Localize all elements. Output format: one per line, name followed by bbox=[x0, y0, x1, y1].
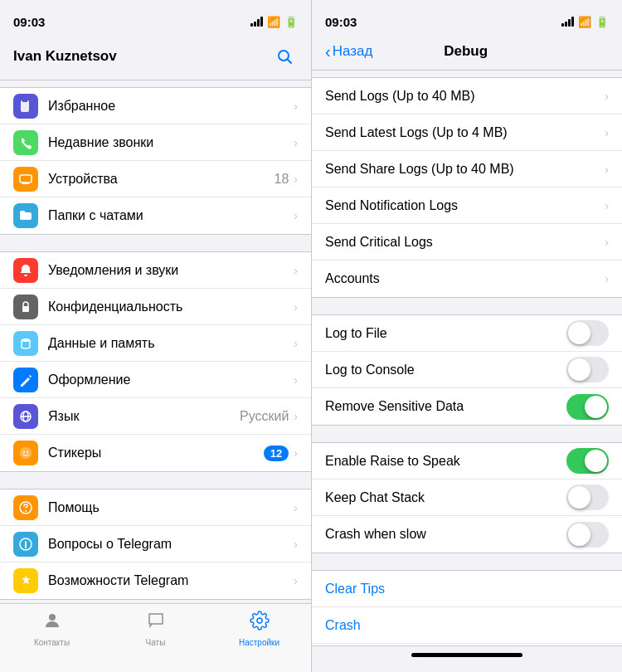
log-to-file-toggle[interactable] bbox=[566, 320, 609, 346]
svg-rect-2 bbox=[21, 100, 29, 112]
back-button[interactable]: ‹ Назад bbox=[325, 43, 372, 60]
send-share-logs-label: Send Share Logs (Up to 40 MB) bbox=[325, 162, 605, 177]
list-item-data[interactable]: Данные и память › bbox=[0, 325, 311, 362]
privacy-chevron: › bbox=[294, 300, 298, 314]
list-item-devices[interactable]: Устройства 18 › bbox=[0, 161, 311, 197]
list-item-keep-chat-stack: Keep Chat Stack bbox=[312, 480, 622, 516]
language-icon bbox=[13, 404, 38, 429]
right-status-time: 09:03 bbox=[325, 15, 357, 29]
left-section-2: Уведомления и звуки › Конфиденциальность… bbox=[0, 251, 311, 472]
chats-tab-label: Чаты bbox=[146, 638, 166, 647]
svg-line-1 bbox=[288, 60, 292, 64]
privacy-label: Конфиденциальность bbox=[48, 299, 294, 314]
svg-rect-5 bbox=[22, 183, 29, 184]
devices-value: 18 bbox=[275, 172, 289, 187]
favorites-label: Избранное bbox=[48, 99, 294, 114]
about-telegram-chevron: › bbox=[294, 538, 298, 551]
list-item-remove-sensitive-data: Remove Sensitive Data bbox=[312, 388, 622, 425]
left-section-3: Помощь › Вопросы о Telegram › Возможност… bbox=[0, 489, 311, 600]
list-item-notifications[interactable]: Уведомления и звуки › bbox=[0, 252, 311, 289]
list-item-log-to-console: Log to Console bbox=[312, 352, 622, 388]
tab-chats[interactable]: Чаты bbox=[104, 611, 207, 655]
folders-label: Папки с чатами bbox=[48, 208, 294, 223]
chats-tab-icon bbox=[146, 611, 166, 635]
right-status-bar: 09:03 📶 🔋 bbox=[312, 0, 622, 37]
list-item-stickers[interactable]: Стикеры 12 › bbox=[0, 435, 311, 471]
send-critical-logs-label: Send Critical Logs bbox=[325, 235, 605, 250]
list-item-features[interactable]: Возможности Telegram › bbox=[0, 562, 311, 599]
list-item-language[interactable]: Язык Русский › bbox=[0, 398, 311, 435]
log-to-file-toggle-thumb bbox=[568, 322, 590, 344]
left-list-2: Уведомления и звуки › Конфиденциальность… bbox=[0, 251, 311, 472]
svg-point-18 bbox=[49, 614, 56, 621]
list-item-privacy[interactable]: Конфиденциальность › bbox=[0, 289, 311, 325]
right-section-4: Clear Tips Crash Reset Data bbox=[312, 570, 622, 645]
help-label: Помощь bbox=[48, 500, 294, 515]
list-item-about-telegram[interactable]: Вопросы о Telegram › bbox=[0, 526, 311, 562]
list-item-appearance[interactable]: Оформление › bbox=[0, 362, 311, 398]
search-button[interactable] bbox=[271, 43, 298, 70]
right-header-title: Debug bbox=[444, 43, 488, 60]
clear-tips-label: Clear Tips bbox=[325, 582, 385, 597]
svg-point-7 bbox=[22, 338, 30, 342]
right-wifi-icon: 📶 bbox=[578, 16, 591, 28]
data-label: Данные и память bbox=[48, 336, 294, 351]
svg-point-13 bbox=[27, 451, 28, 453]
keep-chat-stack-toggle[interactable] bbox=[566, 485, 609, 510]
right-list-3: Enable Raise to Speak Keep Chat Stack Cr… bbox=[312, 442, 622, 553]
stickers-label: Стикеры bbox=[48, 446, 264, 460]
left-list-1: Избранное › Недавние звонки › Устройства… bbox=[0, 87, 311, 235]
crash-when-slow-toggle[interactable] bbox=[566, 522, 609, 548]
list-item-send-share-logs[interactable]: Send Share Logs (Up to 40 MB) › bbox=[312, 151, 622, 187]
list-item-send-notification-logs[interactable]: Send Notification Logs › bbox=[312, 187, 622, 224]
remove-sensitive-data-label: Remove Sensitive Data bbox=[325, 399, 566, 414]
log-to-console-toggle[interactable] bbox=[566, 357, 609, 382]
left-header-title: Ivan Kuznetsov bbox=[13, 48, 117, 65]
list-item-accounts[interactable]: Accounts › bbox=[312, 261, 622, 297]
notifications-icon bbox=[13, 258, 38, 283]
list-item-favorites[interactable]: Избранное › bbox=[0, 88, 311, 124]
log-to-file-label: Log to File bbox=[325, 326, 566, 341]
svg-point-15 bbox=[25, 510, 27, 512]
right-section-3: Enable Raise to Speak Keep Chat Stack Cr… bbox=[312, 442, 622, 553]
crash-when-slow-label: Crash when slow bbox=[325, 527, 566, 542]
left-section-1: Избранное › Недавние звонки › Устройства… bbox=[0, 87, 311, 235]
send-latest-logs-label: Send Latest Logs (Up to 4 MB) bbox=[325, 125, 605, 140]
list-item-recent-calls[interactable]: Недавние звонки › bbox=[0, 124, 311, 161]
language-value: Русский bbox=[240, 409, 289, 424]
list-item-crash[interactable]: Crash bbox=[312, 607, 622, 644]
keep-chat-stack-label: Keep Chat Stack bbox=[325, 490, 566, 505]
list-item-clear-tips[interactable]: Clear Tips bbox=[312, 571, 622, 607]
list-item-send-logs-40[interactable]: Send Logs (Up to 40 MB) › bbox=[312, 78, 622, 114]
battery-icon: 🔋 bbox=[284, 16, 298, 28]
right-section-1: Send Logs (Up to 40 MB) › Send Latest Lo… bbox=[312, 77, 622, 298]
list-item-send-latest-logs[interactable]: Send Latest Logs (Up to 4 MB) › bbox=[312, 114, 622, 151]
recent-calls-label: Недавние звонки bbox=[48, 135, 294, 150]
svg-point-12 bbox=[23, 451, 25, 453]
send-logs-40-chevron: › bbox=[605, 90, 609, 103]
keep-chat-stack-toggle-thumb bbox=[568, 486, 590, 509]
left-header: Ivan Kuznetsov bbox=[0, 37, 311, 80]
list-item-send-critical-logs[interactable]: Send Critical Logs › bbox=[312, 224, 622, 261]
crash-label: Crash bbox=[325, 618, 361, 633]
svg-rect-3 bbox=[22, 100, 27, 102]
send-logs-40-label: Send Logs (Up to 40 MB) bbox=[325, 89, 605, 104]
list-item-crash-when-slow: Crash when slow bbox=[312, 516, 622, 553]
list-item-folders[interactable]: Папки с чатами › bbox=[0, 197, 311, 234]
home-indicator-area bbox=[312, 645, 622, 672]
send-share-logs-chevron: › bbox=[605, 163, 609, 176]
list-item-help[interactable]: Помощь › bbox=[0, 489, 311, 526]
right-panel: 09:03 📶 🔋 ‹ Назад Debug Send Logs (Up to… bbox=[311, 0, 622, 672]
devices-chevron: › bbox=[294, 173, 298, 186]
enable-raise-to-speak-toggle[interactable] bbox=[566, 448, 609, 474]
notifications-chevron: › bbox=[294, 264, 298, 277]
svg-point-17 bbox=[25, 541, 27, 543]
tab-settings[interactable]: Настройки bbox=[207, 611, 311, 655]
tab-contacts[interactable]: Контакты bbox=[0, 611, 104, 655]
accounts-chevron: › bbox=[605, 272, 609, 285]
svg-rect-6 bbox=[22, 306, 29, 312]
settings-tab-label: Настройки bbox=[239, 638, 279, 647]
back-chevron-icon: ‹ bbox=[325, 43, 331, 60]
svg-point-11 bbox=[21, 448, 32, 459]
remove-sensitive-data-toggle[interactable] bbox=[566, 394, 609, 420]
